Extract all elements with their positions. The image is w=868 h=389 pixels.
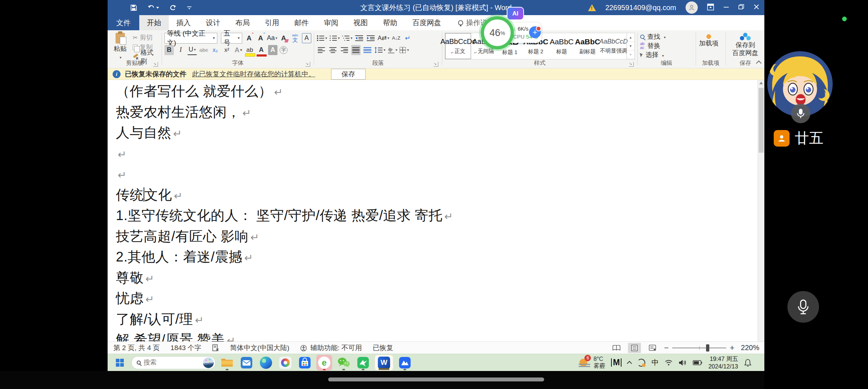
style-title[interactable]: AaBbC 标题 [549,33,575,59]
underline-button[interactable]: U [187,45,197,55]
multilevel-list-button[interactable] [342,33,352,43]
minimize-button[interactable] [723,4,729,11]
style-subtitle[interactable]: AaBbC 副标题 [575,33,601,59]
grow-font-button[interactable]: A [244,33,254,43]
styles-more-icon[interactable]: ⩒ [627,50,634,59]
tab-home[interactable]: 开始 [139,15,169,30]
vertical-scrollbar[interactable] [758,80,764,341]
shading-button[interactable] [388,45,397,55]
scrollbar-thumb[interactable] [759,88,764,153]
borders-button[interactable] [399,45,409,55]
save-to-baidu-button[interactable]: 保存到 百度网盘 [728,33,762,57]
cut-button[interactable]: ✂ 剪切 [133,33,159,42]
zoom-slider-thumb[interactable] [706,344,709,352]
select-button[interactable]: 选择 [640,50,693,59]
tab-design[interactable]: 设计 [198,15,228,30]
search-input[interactable] [144,359,190,366]
tab-help[interactable]: 帮助 [375,15,405,30]
numbering-button[interactable] [329,33,340,43]
save-icon[interactable] [131,5,137,11]
shrink-font-button[interactable]: A [256,33,265,43]
tab-review[interactable]: 审阅 [316,15,346,30]
customize-qat-icon[interactable] [187,5,191,10]
read-mode-button[interactable] [610,343,623,353]
accessibility-status[interactable]: 辅助功能: 不可用 [300,343,362,353]
style-normal[interactable]: AaBbCcDc ↵正文 [445,33,471,59]
font-name-combo[interactable]: 等线 (中文正文)▾ [164,33,217,44]
recovery-save-button[interactable]: 保存 [331,69,366,80]
ribbon-display-options-icon[interactable] [707,4,714,12]
increase-indent-button[interactable] [366,33,375,43]
taskbar-tencent-meeting[interactable] [397,355,413,371]
zoom-slider[interactable] [672,348,726,348]
notification-bell-icon[interactable] [744,359,751,367]
text-highlight-button[interactable]: ab [245,45,254,55]
taskbar-microsoft-store[interactable] [297,355,313,371]
taskbar-edge[interactable] [258,355,274,371]
scroll-up-icon[interactable] [759,82,763,84]
superscript-button[interactable]: x² [222,45,231,55]
tab-baidu-netdisk[interactable]: 百度网盘 [405,15,449,30]
taskbar-clock[interactable]: 19:47 周五 2024/12/13 [708,355,738,370]
paste-button[interactable]: 粘贴 [110,33,130,61]
taskbar-file-explorer[interactable] [219,355,235,371]
restore-button[interactable] [738,4,744,11]
align-center-button[interactable] [328,45,338,55]
tab-file[interactable]: 文件 [108,15,139,30]
distribute-button[interactable] [363,45,372,55]
booster-plus-button[interactable]: + [529,26,541,38]
ime-indicator[interactable]: 中 [651,358,659,367]
weather-widget[interactable]: 6 8°C 雾霾 [579,356,605,369]
sort-button[interactable]: A↓Z [392,33,401,43]
recovery-link[interactable]: 此已恢复文件临时存储在您的计算机中。 [192,70,315,79]
font-color-button[interactable]: A [257,45,266,55]
redo-button[interactable] [170,5,176,11]
find-button[interactable]: 查找 [640,32,693,41]
line-spacing-button[interactable] [374,45,385,55]
microphone-button[interactable] [787,291,819,323]
m-logo-icon[interactable]: M [611,358,621,367]
replace-button[interactable]: abac 替换 [640,41,693,50]
print-layout-button[interactable] [628,343,641,353]
clear-formatting-button[interactable]: A [279,33,288,43]
justify-button[interactable] [351,45,361,55]
decrease-indent-button[interactable] [354,33,364,43]
word-count[interactable]: 1843 个字 [171,343,202,353]
undo-button[interactable] [148,5,159,10]
recovered-status[interactable]: 已恢复 [373,343,393,353]
tab-view[interactable]: 视图 [346,15,375,30]
bullets-button[interactable] [317,33,327,43]
account-email[interactable]: 2269591409@qq.com [605,4,676,12]
taskbar-360-browser[interactable]: e [316,355,332,371]
show-hide-marks-button[interactable]: ↵ [403,33,412,43]
page-indicator[interactable]: 第 2 页, 共 4 页 [113,343,160,353]
volume-icon[interactable] [679,359,687,366]
font-dialog-launcher[interactable] [306,62,310,67]
styles-dialog-launcher[interactable] [629,62,634,67]
sync-icon[interactable] [637,359,645,367]
addins-button[interactable]: 加载项 [699,33,719,48]
subscript-button[interactable]: x₂ [211,45,220,55]
bold-button[interactable]: B [164,45,174,55]
horizontal-scrollbar[interactable] [328,377,544,381]
tab-insert[interactable]: 插入 [169,15,198,30]
italic-button[interactable]: I [176,45,185,55]
align-left-button[interactable] [317,45,326,55]
taskbar-swallow-app[interactable] [355,355,371,371]
document-area[interactable]: （作者写什么 就爱什么）↵ 热爱农村生活悠闲，↵ 人与自然↵ ↵ ↵ 传统文化↵… [108,80,764,341]
taskbar-search[interactable] [131,356,216,369]
asian-layout-button[interactable]: A⇄ [378,33,389,43]
tab-layout[interactable]: 布局 [228,15,257,30]
zoom-percentage[interactable]: 220% [741,344,759,352]
proofing-icon[interactable] [212,344,219,352]
clipboard-dialog-launcher[interactable] [153,62,158,67]
tray-chevron-up-icon[interactable] [627,361,632,366]
bing-daily-image[interactable] [203,357,214,368]
strikethrough-button[interactable]: abc [199,45,208,55]
styles-scroll-up-icon[interactable]: ▲ [627,33,634,42]
taskbar-mail[interactable] [239,355,254,371]
paragraph-dialog-launcher[interactable] [434,62,438,67]
start-button[interactable] [112,355,128,371]
styles-scroll-down-icon[interactable]: ▼ [627,42,634,50]
text-effects-button[interactable]: A [234,45,243,55]
